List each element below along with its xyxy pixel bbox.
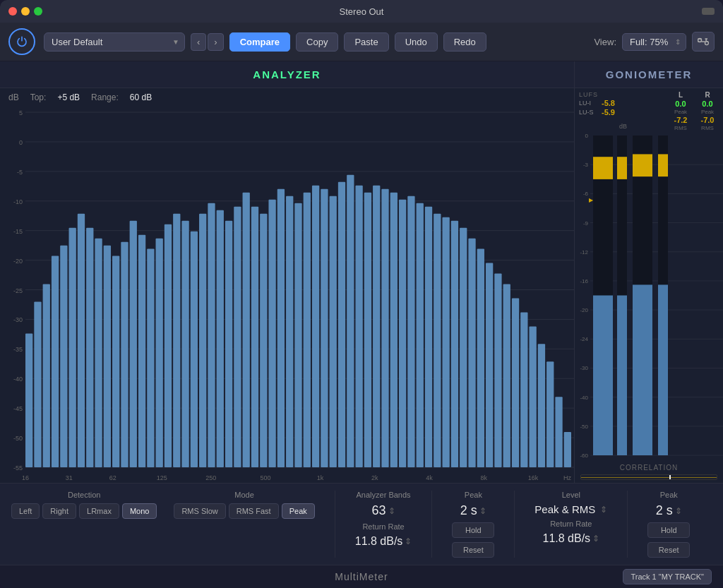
svg-rect-128 (593, 157, 613, 179)
svg-rect-71 (399, 200, 406, 467)
paste-button[interactable]: Paste (344, 32, 388, 52)
copy-button[interactable]: Copy (296, 32, 338, 52)
level-label: Level (562, 491, 580, 499)
svg-text:-55: -55 (13, 464, 23, 472)
peak-mode-button[interactable]: Peak (282, 503, 315, 519)
l-rms-value: -7.2 (674, 116, 688, 124)
redo-button[interactable]: Redo (443, 32, 486, 52)
right-button[interactable]: Right (42, 503, 76, 519)
toolbar: User Default ▼ ‹ › Compare Copy Paste Un… (0, 23, 723, 61)
svg-rect-85 (520, 312, 527, 467)
track-badge[interactable]: Track 1 "MY TRACK" (623, 569, 712, 584)
r-header: R (705, 91, 710, 99)
svg-rect-36 (95, 239, 102, 467)
analyzer-chart-area: 50-5-10-15-20-25-30-35-40-45-50-55163162… (0, 107, 574, 483)
svg-text:16: 16 (22, 474, 29, 481)
r-rms-value: -7.0 (701, 116, 715, 124)
power-button[interactable] (8, 28, 35, 55)
svg-rect-68 (373, 186, 380, 467)
close-button[interactable] (8, 7, 17, 16)
detection-btn-row: Left Right LRmax Mono (11, 503, 157, 519)
svg-rect-63 (330, 196, 337, 467)
mode-group: Mode RMS Slow RMS Fast Peak (174, 491, 314, 519)
nav-back-button[interactable]: ‹ (191, 33, 206, 51)
db-label: dB (8, 92, 19, 102)
top-label: Top: (30, 92, 47, 102)
svg-rect-57 (277, 189, 285, 467)
svg-point-1 (705, 42, 709, 45)
lufs-section: LUFS LU-I -5.8 LU-S -5.9 (579, 91, 615, 131)
compare-button[interactable]: Compare (229, 32, 290, 52)
svg-rect-42 (147, 249, 154, 467)
divider-4 (627, 491, 628, 558)
correlation-bar (580, 474, 717, 480)
main-content: ANALYZER dB Top: +5 dB Range: 60 dB 50-5… (0, 61, 723, 483)
window-title: Stereo Out (340, 6, 384, 17)
svg-rect-51 (225, 221, 232, 467)
svg-rect-75 (434, 214, 441, 467)
svg-text:-16: -16 (580, 278, 588, 284)
return-rate2-value: 11.8 dB/s (542, 532, 590, 545)
l-peak-label: Peak (674, 109, 687, 115)
svg-rect-89 (555, 397, 562, 467)
svg-rect-52 (234, 207, 241, 467)
svg-rect-41 (138, 235, 145, 467)
peak2-label: Peak (660, 491, 678, 499)
goniometer-panel: GONIOMETER LUFS LU-I -5.8 LU-S -5.9 dB (575, 61, 723, 483)
level-meter-chart: 0-3-6-9-12-16-20-24-30-40-50-60▶ (575, 133, 723, 461)
left-button[interactable]: Left (11, 503, 40, 519)
svg-rect-130 (617, 296, 627, 456)
link-button[interactable] (692, 32, 715, 52)
mode-btn-row: RMS Slow RMS Fast Peak (174, 503, 314, 519)
mono-button[interactable]: Mono (122, 503, 157, 519)
lrmax-button[interactable]: LRmax (79, 503, 119, 519)
divider-3 (514, 491, 515, 558)
correlation-label: CORRELATION (580, 464, 717, 472)
svg-text:0: 0 (585, 133, 589, 139)
svg-text:-10: -10 (13, 198, 23, 205)
svg-text:-60: -60 (580, 452, 588, 459)
range-value: 60 dB (130, 92, 152, 102)
return-rate-value-row: 11.8 dB/s ⇕ (355, 535, 412, 548)
svg-text:-6: -6 (583, 191, 589, 197)
undo-button[interactable]: Undo (395, 32, 438, 52)
analyzer-bands-label: Analyzer Bands (357, 491, 411, 499)
svg-text:-25: -25 (13, 287, 23, 294)
svg-rect-44 (165, 224, 172, 467)
view-select-wrapper: Full: 75% ⇕ (622, 33, 686, 51)
svg-text:125: 125 (157, 474, 167, 481)
minimize-button[interactable] (21, 7, 30, 16)
nav-group: ‹ › (191, 33, 224, 51)
return-rate2-stepper[interactable]: ⇕ (592, 534, 599, 544)
reset-button[interactable]: Reset (452, 542, 494, 558)
preset-select[interactable]: User Default (44, 32, 185, 52)
hold2-button[interactable]: Hold (647, 522, 690, 538)
svg-rect-33 (69, 228, 76, 467)
hold-button[interactable]: Hold (452, 522, 494, 538)
svg-rect-48 (199, 214, 206, 467)
rms-fast-button[interactable]: RMS Fast (229, 503, 279, 519)
svg-rect-43 (156, 239, 163, 467)
rms-slow-button[interactable]: RMS Slow (174, 503, 225, 519)
nav-forward-button[interactable]: › (208, 33, 223, 51)
reset2-button[interactable]: Reset (647, 542, 690, 558)
peak-stepper[interactable]: ⇕ (479, 506, 486, 516)
level-stepper[interactable]: ⇕ (600, 505, 607, 515)
analyzer-panel: ANALYZER dB Top: +5 dB Range: 60 dB 50-5… (0, 61, 575, 483)
svg-rect-74 (425, 207, 432, 467)
svg-rect-136 (658, 284, 668, 455)
svg-rect-59 (294, 203, 301, 467)
svg-rect-82 (494, 274, 501, 467)
peak-value-row: 2 s ⇕ (460, 503, 486, 518)
svg-rect-31 (52, 256, 59, 467)
analyzer-bands-stepper[interactable]: ⇕ (388, 506, 395, 516)
peak-label: Peak (465, 491, 482, 499)
return-rate-stepper[interactable]: ⇕ (405, 536, 412, 546)
svg-rect-39 (121, 242, 128, 467)
db-unit: dB (619, 123, 627, 131)
view-select[interactable]: Full: 75% (622, 33, 686, 51)
maximize-button[interactable] (34, 7, 42, 16)
peak2-stepper[interactable]: ⇕ (675, 506, 682, 516)
title-bar-right (702, 8, 715, 15)
lu-s-label: LU-S (579, 109, 599, 116)
